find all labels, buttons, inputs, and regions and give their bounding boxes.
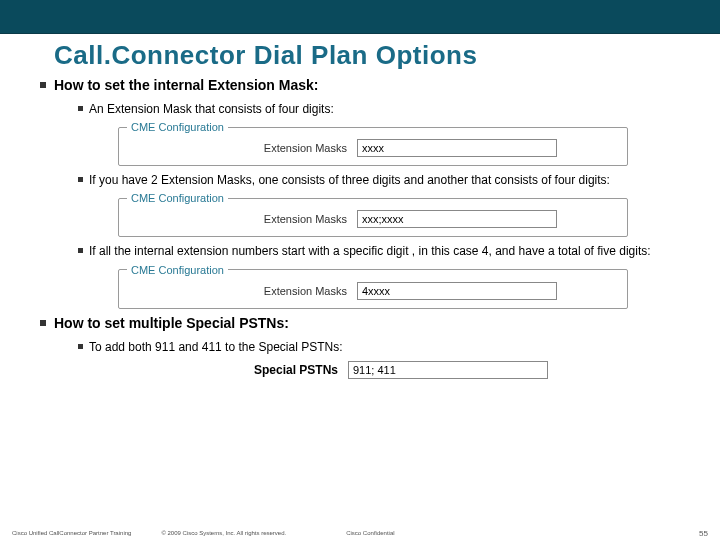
footer-right: Cisco Confidential <box>346 530 394 536</box>
list-item: An Extension Mask that consists of four … <box>78 101 670 117</box>
list-item: If all the internal extension numbers st… <box>78 243 670 259</box>
section-heading-text: How to set the internal Extension Mask: <box>54 77 319 93</box>
item-text: If you have 2 Extension Masks, one consi… <box>89 172 610 188</box>
config-figure: CME Configuration Extension Masks <box>118 264 628 309</box>
fieldset-legend: CME Configuration <box>127 192 228 204</box>
special-pstns-input[interactable] <box>348 361 548 379</box>
bullet-icon <box>78 106 83 111</box>
section-heading: How to set multiple Special PSTNs: <box>40 315 680 331</box>
page-title: Call.Connector Dial Plan Options <box>40 40 680 71</box>
extension-masks-input[interactable] <box>357 139 557 157</box>
section-heading: How to set the internal Extension Mask: <box>40 77 680 93</box>
item-text: To add both 911 and 411 to the Special P… <box>89 339 343 355</box>
cme-fieldset: CME Configuration Extension Masks <box>118 192 628 237</box>
page-number: 55 <box>699 529 708 538</box>
field-label: Extension Masks <box>127 142 347 154</box>
footer-center: © 2009 Cisco Systems, Inc. All rights re… <box>161 530 286 536</box>
config-figure: CME Configuration Extension Masks <box>118 192 628 237</box>
fieldset-legend: CME Configuration <box>127 264 228 276</box>
bullet-icon <box>40 82 46 88</box>
item-text: An Extension Mask that consists of four … <box>89 101 334 117</box>
special-pstn-row: Special PSTNs <box>158 361 670 379</box>
title-bar <box>0 0 720 34</box>
fieldset-legend: CME Configuration <box>127 121 228 133</box>
section-heading-text: How to set multiple Special PSTNs: <box>54 315 289 331</box>
bullet-icon <box>78 248 83 253</box>
field-label: Extension Masks <box>127 213 347 225</box>
bullet-icon <box>40 320 46 326</box>
slide-content: Call.Connector Dial Plan Options How to … <box>0 34 720 379</box>
cme-fieldset: CME Configuration Extension Masks <box>118 264 628 309</box>
section-extension-mask: How to set the internal Extension Mask: … <box>40 77 680 309</box>
field-label: Special PSTNs <box>158 363 338 377</box>
list-item: To add both 911 and 411 to the Special P… <box>78 339 670 355</box>
config-figure: CME Configuration Extension Masks <box>118 121 628 166</box>
cme-fieldset: CME Configuration Extension Masks <box>118 121 628 166</box>
list-item: If you have 2 Extension Masks, one consi… <box>78 172 670 188</box>
bullet-icon <box>78 344 83 349</box>
slide-footer: Cisco Unified CallConnector Partner Trai… <box>0 530 720 536</box>
item-text: If all the internal extension numbers st… <box>89 243 651 259</box>
bullet-icon <box>78 177 83 182</box>
extension-masks-input[interactable] <box>357 210 557 228</box>
sub-list: An Extension Mask that consists of four … <box>78 101 670 309</box>
section-special-pstn: How to set multiple Special PSTNs: To ad… <box>40 315 680 379</box>
extension-masks-input[interactable] <box>357 282 557 300</box>
sub-list: To add both 911 and 411 to the Special P… <box>78 339 670 379</box>
field-label: Extension Masks <box>127 285 347 297</box>
footer-left: Cisco Unified CallConnector Partner Trai… <box>12 530 131 536</box>
